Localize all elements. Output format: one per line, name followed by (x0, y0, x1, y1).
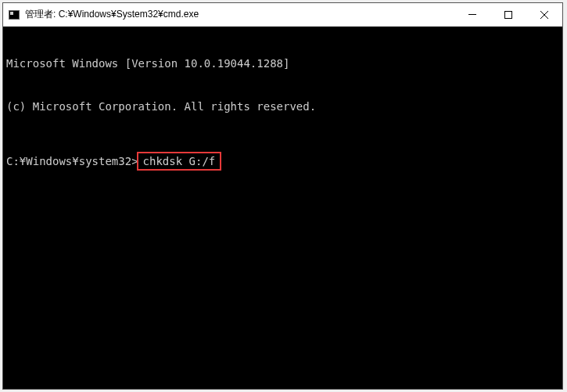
terminal-area[interactable]: Microsoft Windows [Version 10.0.19044.12… (3, 27, 562, 389)
terminal-prompt: C:¥Windows¥system32> (6, 154, 138, 168)
titlebar[interactable]: 管理者: C:¥Windows¥System32¥cmd.exe (3, 3, 562, 27)
maximize-icon (504, 11, 512, 19)
close-icon (540, 9, 548, 21)
maximize-button[interactable] (490, 3, 526, 26)
prompt-line: C:¥Windows¥system32> chkdsk G:/f (6, 152, 559, 171)
minimize-button[interactable] (454, 3, 490, 26)
window-title: 管理者: C:¥Windows¥System32¥cmd.exe (25, 8, 454, 21)
terminal-output-line: Microsoft Windows [Version 10.0.19044.12… (6, 56, 559, 70)
close-button[interactable] (526, 3, 562, 26)
cmd-window: 管理者: C:¥Windows¥System32¥cmd.exe Microso… (2, 2, 563, 390)
minimize-icon (468, 14, 476, 15)
terminal-output-line: (c) Microsoft Corporation. All rights re… (6, 99, 559, 113)
window-controls (454, 3, 562, 26)
cmd-icon (8, 9, 20, 21)
terminal-command-highlighted: chkdsk G:/f (137, 152, 222, 171)
